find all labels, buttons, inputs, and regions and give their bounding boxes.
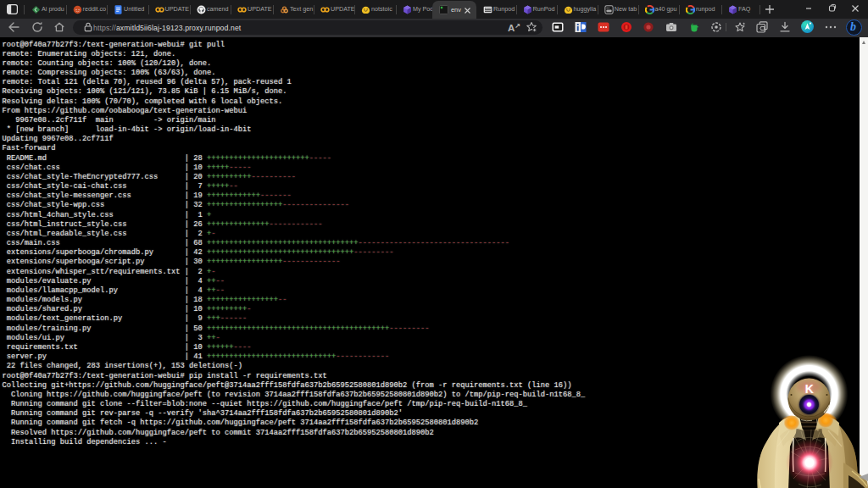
svg-text:K: K <box>805 382 814 396</box>
